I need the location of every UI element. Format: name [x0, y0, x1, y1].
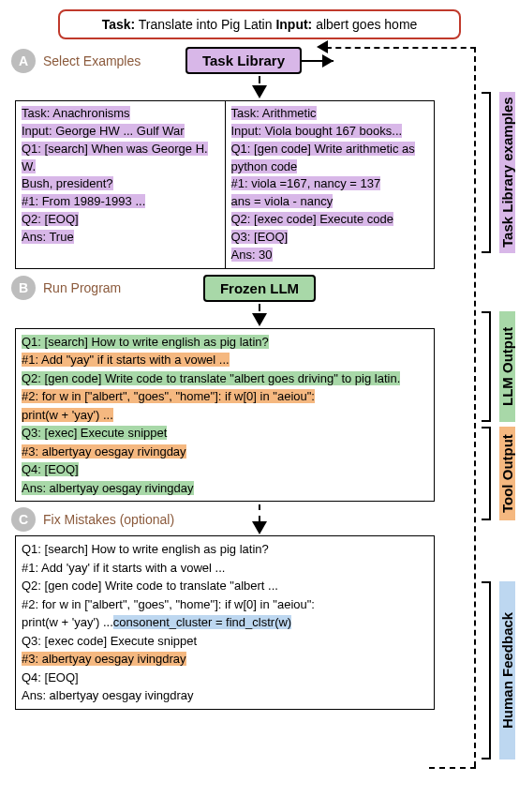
- lib-l-3: Q1: [search] When was George H. W.: [22, 142, 208, 173]
- task-input-header: Task: Translate into Pig Latin Input: al…: [58, 9, 461, 39]
- library-left: Task: Anachronisms Input: George HW ... …: [16, 101, 226, 268]
- step-b: B Run Program: [11, 276, 121, 300]
- arrow-line: [259, 76, 260, 83]
- run-program-box: Q1: [search] How to write english as pig…: [15, 328, 435, 503]
- frozen-llm-box: Frozen LLM: [203, 275, 316, 302]
- input-label: Input:: [275, 17, 312, 32]
- lib-r-4: #1: viola =167, nancy = 137: [231, 176, 381, 190]
- lib-l-2: Input: George HW ... Gulf War: [22, 124, 185, 138]
- lib-l-1: Task: Anachronisms: [22, 106, 130, 120]
- arrow-down-icon: [252, 313, 267, 326]
- feedback-dashed-vertical: [474, 47, 476, 767]
- fix-mistakes-box: Q1: [search] How to write english as pig…: [15, 535, 435, 710]
- arrow-down-icon: [252, 521, 267, 534]
- fix-ans: Ans: albertyay oesgay ivingdray: [22, 688, 194, 702]
- lib-r-6: Q2: [exec code] Execute code: [231, 212, 393, 226]
- library-right: Task: Arithmetic Input: Viola bought 167…: [226, 101, 435, 268]
- step-a: A Select Examples: [11, 49, 141, 73]
- bracket-tasklib: [482, 92, 491, 253]
- feedback-dashed-top: [326, 47, 476, 49]
- task-text: Translate into Pig Latin: [135, 17, 275, 32]
- lib-l-6: Q2: [EOQ]: [22, 212, 79, 226]
- bracket-feedback: [482, 581, 491, 759]
- bracket-tool: [482, 427, 491, 520]
- lib-l-4: Bush, president?: [22, 176, 113, 190]
- run-ans: Ans: albertyay oesgay rivingday: [22, 481, 194, 495]
- step-b-label: Run Program: [43, 280, 121, 295]
- step-c-label: Fix Mistakes (optional): [43, 512, 174, 527]
- lib-r-7: Q3: [EOQ]: [231, 230, 289, 244]
- step-a-circle: A: [11, 49, 36, 73]
- library-examples-box: Task: Anachronisms Input: George HW ... …: [15, 100, 435, 269]
- label-feedback: Human Feedback: [499, 581, 515, 759]
- step-c-circle: C: [11, 507, 36, 532]
- step-b-circle: B: [11, 276, 36, 300]
- label-tasklib: Task Library examples: [499, 92, 515, 253]
- dashed-arrow: [259, 504, 260, 521]
- fix-a1: #1: Add 'yay' if it starts with a vowel …: [22, 561, 225, 575]
- fix-a3: #3: albertyay oesgay ivingdray: [22, 652, 186, 666]
- lib-r-5: ans = viola - nancy: [231, 194, 334, 208]
- task-label: Task:: [102, 17, 136, 32]
- run-a2b: print(w + 'yay') ...: [22, 408, 113, 422]
- task-library-box: Task Library: [185, 47, 302, 74]
- fix-q3: Q3: [exec code] Execute snippet: [22, 634, 197, 648]
- fix-a2a: #2: for w in ["albert", "goes", "home"]:…: [22, 597, 315, 611]
- input-text: albert goes home: [312, 17, 417, 32]
- label-tool: Tool Output: [499, 427, 515, 520]
- arrow-left-icon: [322, 54, 334, 68]
- label-llm: LLM Output: [499, 311, 515, 422]
- lib-r-2: Input: Viola bought 167 books...: [231, 124, 403, 138]
- feedback-dashed-bottom: [429, 767, 476, 769]
- run-q4: Q4: [EOQ]: [22, 462, 79, 476]
- lib-r-8: Ans: 30: [231, 248, 273, 262]
- fix-q4: Q4: [EOQ]: [22, 670, 79, 684]
- arrow-down-icon: [252, 85, 267, 98]
- run-q2: Q2: [gen code] Write code to translate "…: [22, 371, 400, 385]
- fix-a2b-edit: consonent_cluster = find_clstr(w): [113, 615, 291, 629]
- lib-r-3: Q1: [gen code] Write arithmetic as pytho…: [231, 142, 415, 173]
- run-a2a: #2: for w in ["albert", "goes", "home"]:…: [22, 389, 315, 403]
- fix-a2b-pre: print(w + 'yay') ...: [22, 615, 113, 629]
- lib-r-1: Task: Arithmetic: [231, 106, 317, 120]
- step-a-label: Select Examples: [43, 53, 141, 68]
- fix-q1: Q1: [search] How to write english as pig…: [22, 542, 269, 556]
- lib-l-7: Ans: True: [22, 230, 74, 244]
- run-a3: #3: albertyay oesgay rivingday: [22, 444, 186, 459]
- bracket-llm: [482, 311, 491, 422]
- run-q1: Q1: [search] How to write english as pig…: [22, 335, 269, 349]
- lib-l-5: #1: From 1989-1993 ...: [22, 194, 145, 208]
- run-q3: Q3: [exec] Execute snippet: [22, 426, 167, 440]
- arrow-line: [259, 304, 260, 311]
- fix-q2: Q2: [gen code] Write code to translate "…: [22, 579, 278, 593]
- run-a1: #1: Add "yay" if it starts with a vowel …: [22, 353, 230, 367]
- arrow-left-icon: [317, 40, 328, 53]
